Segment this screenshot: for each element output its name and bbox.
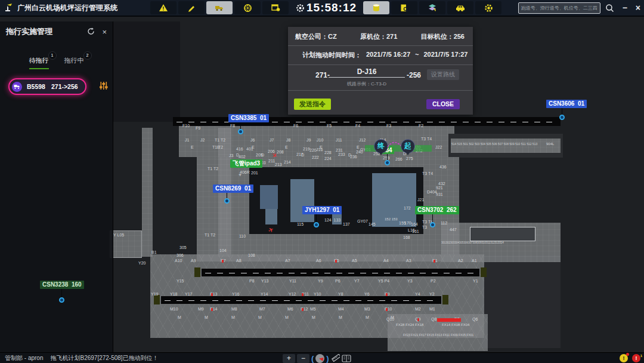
alert-icon — [159, 4, 168, 12]
minimize-button[interactable]: − — [623, 0, 627, 16]
schedule-icon — [271, 4, 280, 12]
status-message: 拖飞机计划B2697[272-508]已拖动到位！ — [50, 354, 158, 362]
aircraft-label[interactable]: CSN8269 01 — [213, 184, 253, 193]
app-title: 广州白云机场机坪运行管理系统 — [17, 3, 117, 13]
field-label: 目标机位： — [421, 33, 454, 40]
zoom-out-button[interactable]: − — [297, 354, 309, 363]
aircraft-dot[interactable] — [559, 115, 565, 120]
route-prefix: 271- — [315, 71, 330, 79]
dialog-route-row: 271- D-J16 -256 线路示例：C-T3-D 设置路线 — [288, 65, 473, 90]
record-search-button[interactable] — [391, 1, 417, 14]
airline-field: 航空公司：CZ — [295, 32, 337, 41]
car-icon — [456, 4, 465, 12]
aircraft-label[interactable]: CSN3606 01 — [546, 100, 587, 108]
dialog-close-button[interactable]: CLOSE — [426, 99, 460, 109]
warning-indicator-icon[interactable]: ! — [620, 354, 628, 362]
target-stand-field: 目标机位：256 — [421, 32, 465, 41]
aircraft-label[interactable]: CSN3385 01 — [228, 114, 269, 122]
field-value: 256 — [454, 33, 465, 40]
warning-badge — [626, 353, 629, 356]
tow-vehicle-icon — [215, 4, 224, 12]
aircraft-dot[interactable] — [385, 160, 390, 165]
wheel-button[interactable] — [234, 1, 261, 14]
leader-line — [387, 154, 388, 160]
pencil-icon — [187, 4, 196, 12]
rotate-left-button[interactable]: ( — [311, 354, 314, 363]
tow-vehicle-button[interactable] — [206, 1, 233, 14]
wheel-icon — [243, 4, 252, 13]
alarm-badge: 1 — [640, 352, 642, 360]
route-hint: 线路示例：C-T3-D — [329, 81, 405, 87]
aircraft-dot[interactable] — [224, 198, 230, 204]
tow-command-dialog: 航空公司：CZ 原机位：271 目标机位：256 计划拖动时间时间： 2021/… — [288, 27, 473, 115]
layers-button[interactable] — [419, 1, 445, 14]
aircraft-dot[interactable] — [238, 129, 243, 134]
search-input[interactable] — [518, 2, 600, 14]
field-value: CZ — [328, 33, 337, 40]
database-button[interactable] — [363, 1, 389, 14]
status-dept: 管制部 - apron — [5, 354, 43, 362]
compass-icon[interactable] — [315, 354, 324, 363]
leader-line — [432, 213, 433, 222]
gear-icon — [484, 4, 493, 13]
send-command-button[interactable]: 发送指令 — [294, 99, 331, 110]
alert-button[interactable] — [150, 1, 177, 14]
measure-icon[interactable] — [331, 354, 340, 363]
app-logo-icon — [4, 2, 14, 13]
time-from: 2021/7/5 16:27 — [366, 51, 410, 60]
aircraft-label[interactable]: CSN3238 160 — [40, 281, 84, 289]
record-search-icon — [400, 4, 408, 13]
clock-text: 15:58:12 — [306, 1, 357, 14]
apron-management-app: 广州白云机场机坪运行管理系统 — [0, 0, 644, 363]
legend-icon[interactable] — [342, 355, 351, 362]
route-arrow-icon — [386, 140, 402, 148]
vehicle-button[interactable] — [447, 1, 473, 14]
tow-start-label: 起 — [404, 141, 411, 150]
window-close-button[interactable]: × — [636, 0, 640, 16]
tow-start-pin[interactable]: 起 — [401, 139, 415, 153]
tow-end-label: 终 — [377, 141, 385, 150]
tilde: ~ — [415, 51, 419, 60]
field-label: 航空公司： — [295, 33, 328, 40]
dialog-info-row: 航空公司：CZ 原机位：271 目标机位：256 — [288, 27, 473, 45]
leader-line — [61, 288, 62, 297]
alarm-indicator-icon[interactable]: !1 — [632, 354, 640, 362]
set-route-button[interactable]: 设置路线 — [427, 69, 459, 80]
aircraft-dot[interactable] — [314, 222, 319, 227]
rotate-right-button[interactable]: ) — [326, 354, 329, 363]
database-icon — [372, 4, 380, 13]
dispatch-button[interactable] — [262, 1, 289, 14]
clock-gear-icon — [296, 4, 305, 13]
system-clock: 15:58:12 — [296, 1, 357, 14]
time-to: 2021/7/5 17:27 — [423, 51, 467, 60]
title-bar: 广州白云机场机坪运行管理系统 — [0, 0, 644, 17]
settings-button[interactable] — [475, 1, 501, 14]
edit-button[interactable] — [178, 1, 205, 14]
aircraft-dot[interactable] — [59, 297, 64, 303]
crosshair-icon: + — [239, 172, 242, 178]
route-suffix: -256 — [407, 71, 421, 79]
aircraft-label[interactable]: 飞管ipad3 — [230, 159, 262, 168]
field-label: 原机位： — [360, 33, 386, 40]
leader-line — [316, 213, 317, 222]
alert-indicators: ! !1 — [620, 354, 640, 362]
search-icon[interactable] — [605, 4, 614, 13]
plan-time-label: 计划拖动时间时间： — [302, 51, 361, 60]
zoom-in-button[interactable]: + — [283, 354, 295, 363]
route-input[interactable]: D-J16 — [329, 67, 405, 78]
dialog-buttons: 发送指令 CLOSE — [288, 91, 473, 110]
dialog-time-row: 计划拖动时间时间： 2021/7/5 16:27 ~ 2021/7/5 17:2… — [288, 46, 473, 64]
aircraft-label[interactable]: JYH1297 01 — [302, 206, 342, 214]
aircraft-label[interactable]: CSN3702 262 — [415, 206, 459, 214]
origin-stand-field: 原机位：271 — [360, 32, 397, 41]
status-bar: 管制部 - apron 拖飞机计划B2697[272-508]已拖动到位！ + … — [0, 352, 644, 363]
aircraft-dot[interactable] — [430, 222, 435, 227]
field-value: 271 — [386, 33, 397, 40]
layers-icon — [428, 4, 437, 12]
map-controls: + − ( ) — [283, 353, 351, 363]
